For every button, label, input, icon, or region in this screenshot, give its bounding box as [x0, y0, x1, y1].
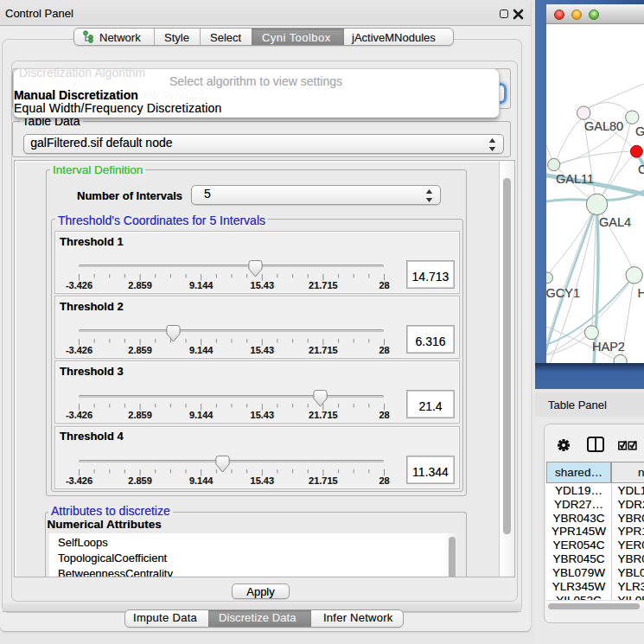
- svg-text:GAL80: GAL80: [584, 119, 623, 133]
- svg-text:HAP2: HAP2: [592, 340, 625, 354]
- svg-text:GAL4: GAL4: [599, 215, 631, 229]
- svg-text:GAL11: GAL11: [556, 172, 594, 186]
- svg-text:C: C: [638, 163, 644, 176]
- svg-text:GCY1: GCY1: [546, 286, 580, 300]
- svg-text:GA: GA: [635, 124, 644, 138]
- svg-text:H: H: [638, 286, 644, 300]
